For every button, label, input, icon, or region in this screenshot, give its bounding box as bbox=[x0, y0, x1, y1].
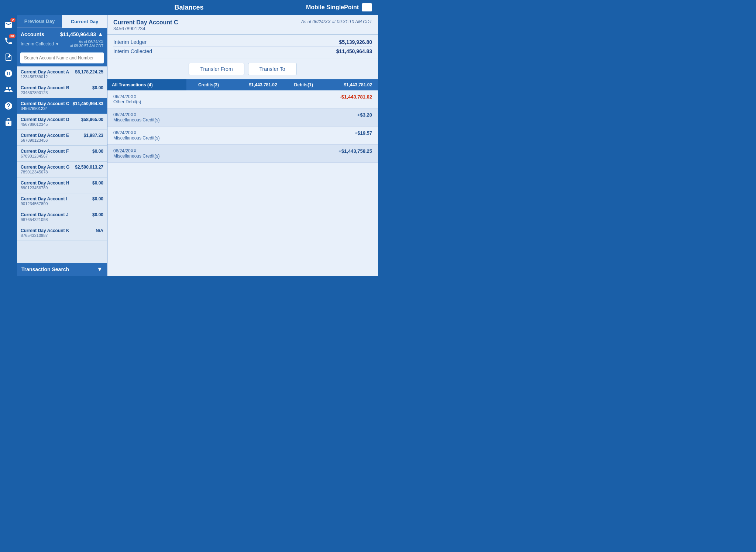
interim-collected-label: Interim Collected ▼ bbox=[21, 41, 59, 46]
page-title: Balances bbox=[174, 4, 203, 11]
accounts-header: Accounts $11,450,964.83 ▲ bbox=[17, 28, 107, 39]
all-transactions-header[interactable]: All Transactions (4) bbox=[107, 79, 186, 90]
transaction-search-label: Transaction Search bbox=[21, 266, 69, 272]
mobile-icon bbox=[362, 3, 372, 11]
account-list-item[interactable]: Current Day Account D 456789012345 $58,9… bbox=[17, 114, 107, 130]
search-input[interactable] bbox=[20, 52, 104, 63]
interim-ledger-row: Interim Ledger $5,139,926.80 bbox=[113, 38, 372, 47]
interim-ledger-value: $5,139,926.80 bbox=[339, 39, 372, 45]
transactions-area: All Transactions (4) Credits(3) $1,443,7… bbox=[107, 79, 378, 276]
interim-collected-label-detail: Interim Collected bbox=[113, 48, 152, 54]
debits-amount-header: $1,443,781.02 bbox=[326, 79, 378, 90]
account-detail-date: As of 06/24/XX at 09:31:10 AM CDT bbox=[301, 19, 372, 24]
transaction-item[interactable]: 06/24/20XX Miscellaneous Credit(s) +$1,4… bbox=[107, 145, 378, 163]
interim-date: As of 06/24/XX at 09:30:57 AM CDT bbox=[70, 40, 103, 48]
interim-ledger-label: Interim Ledger bbox=[113, 39, 147, 45]
account-list-item[interactable]: Current Day Account G 789012345678 $2,50… bbox=[17, 162, 107, 177]
up-arrow-icon: ▲ bbox=[97, 31, 103, 38]
users-icon bbox=[4, 85, 13, 94]
account-detail-info: Current Day Account C 345678901234 bbox=[113, 19, 178, 31]
account-list-item[interactable]: Current Day Account C 345678901234 $11,4… bbox=[17, 98, 107, 114]
interim-collected-value: $11,450,964.83 bbox=[336, 48, 372, 54]
account-list-item[interactable]: Current Day Account F 678901234567 $0.00 bbox=[17, 146, 107, 162]
sidebar-item-lock[interactable] bbox=[1, 114, 16, 130]
mail-badge: 2 bbox=[10, 18, 16, 22]
tabs-container: Previous Day Current Day bbox=[17, 15, 107, 28]
top-header: Balances Mobile SinglePoint bbox=[0, 0, 378, 15]
accounts-total: $11,450,964.83 bbox=[60, 31, 96, 37]
account-list-item[interactable]: Current Day Account J 987654321098 $0.00 bbox=[17, 209, 107, 225]
right-panel: Current Day Account C 345678901234 As of… bbox=[107, 15, 378, 276]
account-list-item[interactable]: Current Day Account A 123456789012 $6,17… bbox=[17, 66, 107, 82]
transfer-icon bbox=[4, 69, 13, 78]
app-name: Mobile SinglePoint bbox=[306, 4, 359, 11]
debits-header[interactable]: Debits(1) bbox=[282, 79, 326, 90]
sidebar-item-transfer[interactable] bbox=[1, 66, 16, 81]
credits-amount-header: $1,443,781.02 bbox=[230, 79, 281, 90]
transaction-item[interactable]: 06/24/20XX Other Debit(s) -$1,443,781.02 bbox=[107, 90, 378, 108]
credits-header[interactable]: Credits(3) bbox=[186, 79, 230, 90]
tab-previous-day[interactable]: Previous Day bbox=[17, 15, 62, 28]
transaction-item[interactable]: 06/24/20XX Miscellaneous Credit(s) +$3.2… bbox=[107, 108, 378, 127]
account-list-item[interactable]: Current Day Account E 567890123456 $1,98… bbox=[17, 130, 107, 146]
sidebar-item-users[interactable] bbox=[1, 82, 16, 97]
accounts-label: Accounts bbox=[21, 31, 44, 37]
accounts-total-area: $11,450,964.83 ▲ bbox=[60, 31, 103, 38]
search-container bbox=[17, 50, 107, 66]
sidebar-item-document[interactable] bbox=[1, 49, 16, 65]
transfer-to-button[interactable]: Transfer To bbox=[248, 63, 297, 75]
help-icon bbox=[4, 101, 13, 110]
lock-icon bbox=[4, 118, 13, 127]
transactions-header: All Transactions (4) Credits(3) $1,443,7… bbox=[107, 79, 378, 90]
account-list: Current Day Account A 123456789012 $6,17… bbox=[17, 66, 107, 263]
transaction-item[interactable]: 06/24/20XX Miscellaneous Credit(s) +$19.… bbox=[107, 127, 378, 145]
account-detail-number: 345678901234 bbox=[113, 26, 178, 31]
interim-row: Interim Collected ▼ As of 06/24/XX at 09… bbox=[17, 39, 107, 50]
dropdown-arrow-icon: ▼ bbox=[55, 42, 59, 46]
transaction-list: 06/24/20XX Other Debit(s) -$1,443,781.02… bbox=[107, 90, 378, 163]
interim-collected-row: Interim Collected $11,450,964.83 bbox=[113, 47, 372, 56]
sidebar: 2 38 bbox=[0, 15, 17, 276]
account-list-item[interactable]: Current Day Account K 876543210987 N/A bbox=[17, 225, 107, 241]
left-panel: Previous Day Current Day Accounts $11,45… bbox=[17, 15, 107, 276]
account-list-item[interactable]: Current Day Account I 901234567890 $0.00 bbox=[17, 193, 107, 209]
main-layout: 2 38 Previous Day Curr bbox=[0, 15, 378, 276]
chevron-down-icon: ▼ bbox=[97, 266, 103, 273]
balance-rows: Interim Ledger $5,139,926.80 Interim Col… bbox=[107, 35, 378, 59]
account-list-item[interactable]: Current Day Account B 234567890123 $0.00 bbox=[17, 82, 107, 98]
account-list-item[interactable]: Current Day Account H 890123456789 $0.00 bbox=[17, 177, 107, 193]
transfer-buttons-area: Transfer From Transfer To bbox=[107, 59, 378, 79]
app-name-area: Mobile SinglePoint bbox=[306, 3, 372, 11]
sidebar-item-help[interactable] bbox=[1, 98, 16, 114]
tab-current-day[interactable]: Current Day bbox=[62, 15, 107, 28]
transaction-search-footer[interactable]: Transaction Search ▼ bbox=[17, 263, 107, 276]
account-detail-name: Current Day Account C bbox=[113, 19, 178, 26]
transfer-from-button[interactable]: Transfer From bbox=[189, 63, 244, 75]
sidebar-item-phone[interactable]: 38 bbox=[1, 33, 16, 49]
account-detail-header: Current Day Account C 345678901234 As of… bbox=[107, 15, 378, 35]
phone-badge: 38 bbox=[9, 34, 16, 38]
document-icon bbox=[4, 53, 13, 62]
sidebar-item-mail[interactable]: 2 bbox=[1, 17, 16, 32]
